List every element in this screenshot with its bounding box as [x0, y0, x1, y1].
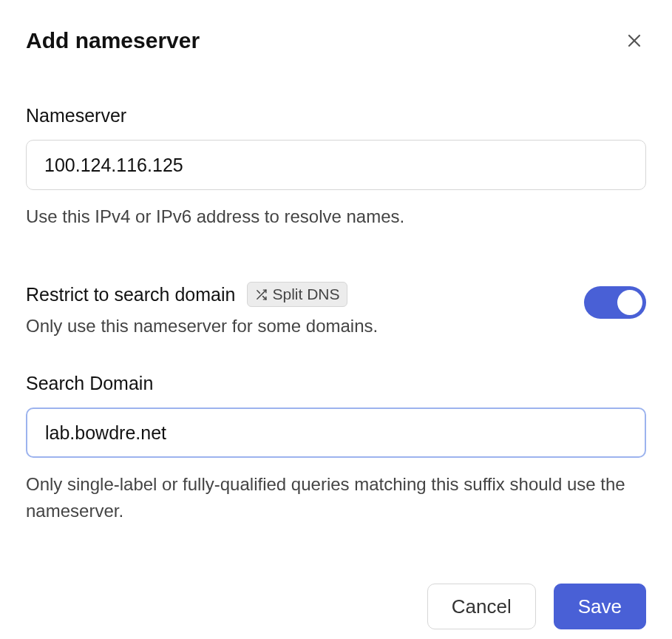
search-domain-section: Search Domain Only single-label or fully…	[26, 373, 646, 524]
restrict-description: Only use this nameserver for some domain…	[26, 313, 584, 339]
nameserver-help: Use this IPv4 or IPv6 address to resolve…	[26, 203, 646, 230]
save-button[interactable]: Save	[554, 584, 646, 629]
search-domain-label: Search Domain	[26, 373, 646, 394]
svg-line-4	[257, 290, 260, 293]
restrict-section: Restrict to search domain Split DNS Only…	[26, 282, 646, 339]
restrict-heading-row: Restrict to search domain Split DNS	[26, 282, 584, 307]
nameserver-input[interactable]	[26, 140, 646, 190]
button-row: Cancel Save	[26, 584, 646, 629]
shuffle-icon	[255, 288, 268, 301]
dialog-title: Add nameserver	[26, 28, 200, 53]
restrict-heading: Restrict to search domain	[26, 284, 235, 305]
close-icon	[625, 32, 643, 50]
cancel-button[interactable]: Cancel	[427, 584, 536, 629]
restrict-text-block: Restrict to search domain Split DNS Only…	[26, 282, 584, 339]
search-domain-input[interactable]	[26, 408, 646, 458]
nameserver-label: Nameserver	[26, 105, 646, 126]
search-domain-help: Only single-label or fully-qualified que…	[26, 471, 646, 524]
split-dns-badge-label: Split DNS	[272, 285, 339, 303]
nameserver-section: Nameserver Use this IPv4 or IPv6 address…	[26, 105, 646, 230]
toggle-knob	[617, 290, 642, 315]
close-button[interactable]	[622, 29, 646, 53]
restrict-toggle[interactable]	[584, 286, 646, 319]
dialog-header: Add nameserver	[26, 28, 646, 53]
split-dns-badge: Split DNS	[247, 282, 347, 307]
